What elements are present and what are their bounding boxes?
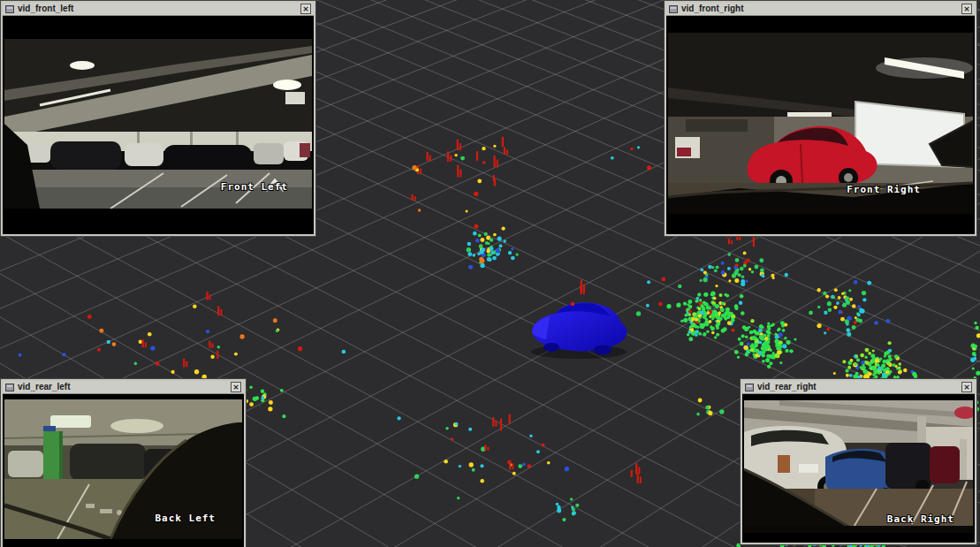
window-vid-front-left: vid_front_left × <box>1 1 315 236</box>
ego-vehicle-model <box>525 295 634 361</box>
titlebar-front-right[interactable]: vid_front_right × <box>666 3 975 16</box>
window-vid-front-right: vid_front_right × <box>665 1 976 236</box>
titlebar-rear-right[interactable]: vid_rear_right × <box>742 381 975 394</box>
window-title: vid_front_left <box>18 3 73 15</box>
titlebar-front-left[interactable]: vid_front_left × <box>3 3 314 16</box>
titlebar-rear-left[interactable]: vid_rear_left × <box>3 381 244 394</box>
window-icon <box>745 384 754 391</box>
window-vid-rear-right: vid_rear_right × <box>741 379 976 544</box>
window-title: vid_rear_right <box>757 381 817 393</box>
close-icon[interactable]: × <box>300 4 311 14</box>
visualization-app: vid_front_left × <box>0 0 980 547</box>
camera-image-front-right <box>668 33 973 214</box>
window-icon <box>669 5 678 13</box>
radar-marker <box>571 302 574 306</box>
close-icon[interactable]: × <box>961 382 972 392</box>
window-title: vid_front_right <box>681 3 744 15</box>
close-icon[interactable]: × <box>961 4 972 14</box>
camera-label-rear-right: Back Right <box>887 513 954 525</box>
camera-label-front-right: Front Right <box>847 184 921 195</box>
window-title: vid_rear_left <box>18 381 70 393</box>
window-icon <box>5 384 14 391</box>
camera-view-front-left: Front Left <box>3 16 314 231</box>
camera-view-rear-left: Back Left <box>3 394 244 543</box>
close-icon[interactable]: × <box>231 382 241 392</box>
camera-label-front-left: Front Left <box>221 181 288 193</box>
camera-view-rear-right: Back Right <box>742 394 975 539</box>
window-vid-rear-left: vid_rear_left × <box>1 379 246 547</box>
camera-label-rear-left: Back Left <box>155 513 216 524</box>
camera-view-front-right: Front Right <box>666 16 975 231</box>
window-icon <box>5 5 14 13</box>
